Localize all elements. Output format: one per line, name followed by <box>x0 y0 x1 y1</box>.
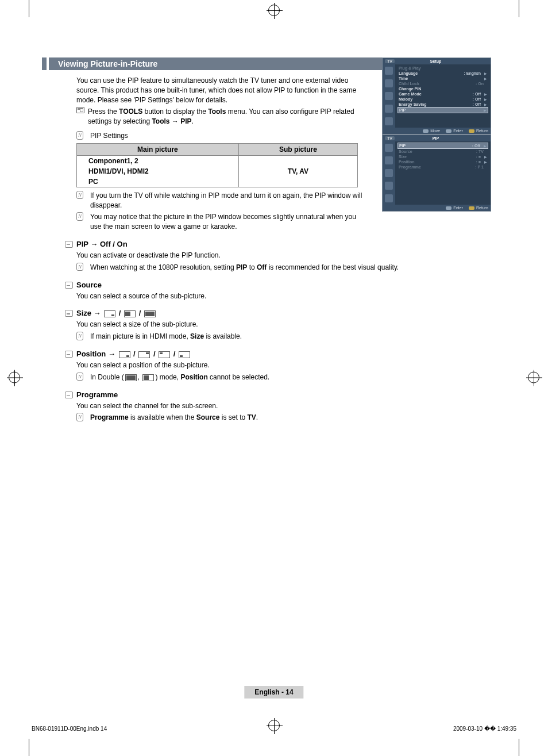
osd-row-value: : Off <box>473 92 481 96</box>
pos-icon-bl <box>179 351 190 358</box>
arrow-icon: ▶ <box>484 155 487 159</box>
text: TOOLS <box>119 108 142 116</box>
osd-row-value: : Off <box>472 144 480 148</box>
enter-icon <box>446 129 451 133</box>
note-icon: N <box>76 212 83 221</box>
text: Size <box>190 332 204 340</box>
double-icon <box>142 374 154 381</box>
osd-row-value: : ■ <box>476 155 481 159</box>
osd-row-label: Energy Saving <box>399 102 427 106</box>
arrow-icon: ▶ <box>484 144 487 148</box>
osd-enter: Enter <box>446 206 463 210</box>
osd-row-value: : English <box>464 71 481 75</box>
text: Enter <box>453 206 463 210</box>
text: to <box>247 263 257 271</box>
subhead-position: Position → / / / <box>65 350 491 358</box>
bullet-icon <box>65 281 73 289</box>
td-main-2: HDMI1/DVI, HDMI2 <box>77 166 239 176</box>
th-main: Main picture <box>77 143 239 155</box>
pos-icon-tl <box>159 351 170 358</box>
osd-row-label: Melody <box>399 97 412 101</box>
text: In Double ( <box>90 373 124 381</box>
note-position: N In Double (, ) mode, Position cannot b… <box>76 373 490 382</box>
osd-row: Source: TV <box>398 149 488 154</box>
osd-row: Programme: P 1 <box>398 164 488 170</box>
osd-row-value: : P 1 <box>475 165 484 169</box>
note-icon: N <box>76 332 83 340</box>
arrow-icon: ▶ <box>484 108 487 112</box>
osd-icon <box>385 67 393 75</box>
body-programme: You can select the channel for the sub-s… <box>76 401 490 411</box>
bullet-icon <box>65 350 73 358</box>
bullet-icon <box>65 309 73 317</box>
osd-row: Position: ■▶ <box>398 159 488 164</box>
osd-icon <box>385 169 393 177</box>
osd-move: Move <box>423 129 440 133</box>
print-file: BN68-01911D-00Eng.indb 14 <box>32 726 107 732</box>
text: PIP <box>236 263 247 271</box>
text: Tools <box>208 108 226 116</box>
arrow-icon: ▶ <box>484 160 487 164</box>
arrow-icon: ▶ <box>484 76 487 80</box>
body-pip: You can activate or deactivate the PIP f… <box>76 251 490 260</box>
arrow-icon: ▶ <box>484 97 487 101</box>
text: button to display the <box>142 108 208 116</box>
text: PIP Settings <box>90 132 128 140</box>
text: ) mode, <box>155 373 180 381</box>
size-icon-double2 <box>144 310 156 317</box>
osd-icon <box>385 92 393 100</box>
osd-row-label: Game Mode <box>399 92 422 96</box>
pos-icon-tr <box>138 351 150 358</box>
text: is available when the <box>129 413 196 421</box>
move-icon <box>423 129 429 133</box>
note-icon: N <box>76 413 83 421</box>
osd-icon <box>385 105 393 113</box>
text: Programme <box>90 413 129 421</box>
text: Return <box>476 129 488 133</box>
osd-row-label: PIP <box>399 108 406 112</box>
note-icon: N <box>76 131 83 140</box>
osd-row: Game Mode: Off▶ <box>398 91 488 97</box>
osd-row-value: : Off <box>473 102 481 106</box>
text: Return <box>476 206 488 210</box>
text: Tools → PIP <box>152 117 191 125</box>
td-main-3: PC <box>77 176 239 187</box>
arrow-icon: ▶ <box>484 102 487 106</box>
osd-enter: Enter <box>446 129 463 133</box>
note-programme: N Programme is available when the Source… <box>76 413 490 423</box>
pos-icon-br <box>119 351 130 358</box>
td-main-1: Component1, 2 <box>77 155 239 166</box>
tools-icon <box>76 107 84 113</box>
osd-row: Melody: Off▶ <box>398 97 488 102</box>
print-date: 2009-03-10 �� 1:49:35 <box>453 726 516 732</box>
text: Source <box>76 281 102 289</box>
osd-icon <box>385 194 393 202</box>
intro-paragraph: You can use the PIP feature to simultane… <box>76 76 364 105</box>
osd-row-value: : On <box>476 82 484 86</box>
text: Programme <box>76 390 118 399</box>
osd-row-label: Size <box>399 155 407 159</box>
osd-tv-badge: TV <box>385 59 395 63</box>
osd-row: Language: English▶ <box>398 71 488 76</box>
note-icon: N <box>76 263 83 271</box>
osd-row-value: : Off <box>473 97 481 101</box>
double-icon <box>125 374 137 381</box>
text: Press the <box>88 108 119 116</box>
text: TV <box>248 413 256 421</box>
text: If main picture is in HDMI mode, <box>90 332 190 340</box>
osd-row-label: Child Lock <box>399 82 419 86</box>
text: Move <box>430 129 440 133</box>
osd-row-label: Programme <box>399 165 421 169</box>
osd-row: Energy Saving: Off▶ <box>398 102 488 107</box>
note-pip: N When watching at the 1080P resolution,… <box>76 263 490 273</box>
osd-icon <box>385 144 393 152</box>
print-footer: BN68-01911D-00Eng.indb 14 2009-03-10 �� … <box>32 726 516 732</box>
enter-icon <box>446 206 451 210</box>
text: is set to <box>219 413 247 421</box>
osd-return: Return <box>469 206 488 210</box>
osd-return: Return <box>469 129 488 133</box>
bullet-icon <box>65 240 73 248</box>
osd-icon <box>385 182 393 190</box>
osd-row: PIP: Off▶ <box>398 143 488 149</box>
body-source: You can select a source of the sub-pictu… <box>76 291 490 301</box>
